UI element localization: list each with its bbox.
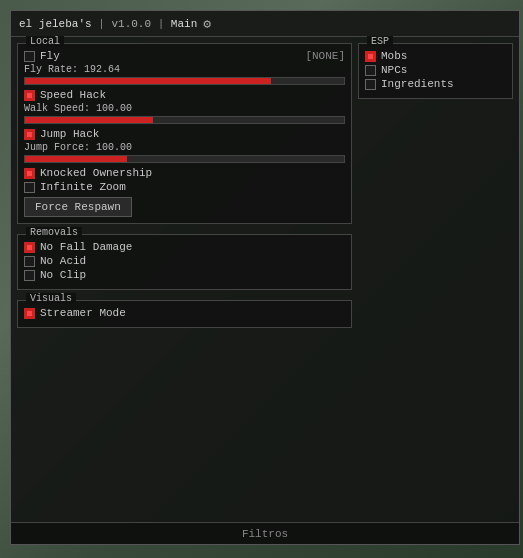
fly-rate-row: Fly Rate: 192.64 — [24, 64, 345, 85]
streamer-mode-row: Streamer Mode — [24, 307, 345, 319]
esp-section: ESP Mobs NPCs Ingredients — [358, 43, 513, 99]
tab-main: Main — [171, 18, 197, 30]
local-section: Local Fly [NONE] Fly Rate: 192.64 — [17, 43, 352, 224]
no-acid-checkbox[interactable] — [24, 256, 35, 267]
streamer-mode-checkbox[interactable] — [24, 308, 35, 319]
jump-force-fill — [25, 156, 127, 162]
no-fall-damage-checkbox[interactable] — [24, 242, 35, 253]
removals-section: Removals No Fall Damage No Acid No Clip — [17, 234, 352, 290]
fly-checkbox[interactable] — [24, 51, 35, 62]
jump-hack-checkbox[interactable] — [24, 129, 35, 140]
main-window: el jeleba's | v1.0.0 | Main ⚙ Local Fly … — [10, 10, 520, 545]
no-clip-checkbox[interactable] — [24, 270, 35, 281]
esp-ingredients-label: Ingredients — [381, 78, 454, 90]
right-panel: ESP Mobs NPCs Ingredients — [358, 43, 513, 328]
left-panel: Local Fly [NONE] Fly Rate: 192.64 — [17, 43, 352, 328]
fly-row: Fly [NONE] — [24, 50, 345, 62]
jump-force-slider[interactable] — [24, 155, 345, 163]
force-respawn-button[interactable]: Force Respawn — [24, 197, 132, 217]
esp-section-label: ESP — [367, 36, 393, 47]
jump-hack-row: Jump Hack — [24, 128, 345, 140]
esp-npcs-label: NPCs — [381, 64, 407, 76]
esp-ingredients-row: Ingredients — [365, 78, 506, 90]
speed-hack-row: Speed Hack — [24, 89, 345, 101]
visuals-section-label: Visuals — [26, 293, 76, 304]
no-acid-row: No Acid — [24, 255, 345, 267]
content-area: Local Fly [NONE] Fly Rate: 192.64 — [11, 37, 519, 334]
fly-rate-slider[interactable] — [24, 77, 345, 85]
infinite-zoom-checkbox[interactable] — [24, 182, 35, 193]
fly-tag: [NONE] — [305, 50, 345, 62]
title-bar: el jeleba's | v1.0.0 | Main ⚙ — [11, 11, 519, 37]
esp-ingredients-checkbox[interactable] — [365, 79, 376, 90]
streamer-mode-label: Streamer Mode — [40, 307, 126, 319]
esp-mobs-row: Mobs — [365, 50, 506, 62]
infinite-zoom-label: Infinite Zoom — [40, 181, 126, 193]
local-section-label: Local — [26, 36, 64, 47]
force-respawn-container: Force Respawn — [24, 197, 345, 217]
visuals-section: Visuals Streamer Mode — [17, 300, 352, 328]
walk-speed-row: Walk Speed: 100.00 — [24, 103, 345, 124]
no-fall-damage-label: No Fall Damage — [40, 241, 132, 253]
jump-force-row: Jump Force: 100.00 — [24, 142, 345, 163]
walk-speed-slider[interactable] — [24, 116, 345, 124]
infinite-zoom-row: Infinite Zoom — [24, 181, 345, 193]
title-text: el jeleba's | v1.0.0 | Main — [19, 18, 197, 30]
esp-mobs-label: Mobs — [381, 50, 407, 62]
app-name: el jeleba's — [19, 18, 92, 30]
gear-icon[interactable]: ⚙ — [203, 16, 211, 32]
speed-hack-checkbox[interactable] — [24, 90, 35, 101]
no-fall-damage-row: No Fall Damage — [24, 241, 345, 253]
knocked-ownership-checkbox[interactable] — [24, 168, 35, 179]
esp-npcs-checkbox[interactable] — [365, 65, 376, 76]
esp-npcs-row: NPCs — [365, 64, 506, 76]
speed-hack-label: Speed Hack — [40, 89, 106, 101]
fly-rate-fill — [25, 78, 271, 84]
no-clip-label: No Clip — [40, 269, 86, 281]
removals-section-label: Removals — [26, 227, 82, 238]
version-label: v1.0.0 — [111, 18, 151, 30]
jump-hack-label: Jump Hack — [40, 128, 99, 140]
fly-label: Fly — [40, 50, 60, 62]
bottom-bar: Filtros — [11, 522, 519, 544]
fly-rate-label: Fly Rate: 192.64 — [24, 64, 345, 75]
esp-mobs-checkbox[interactable] — [365, 51, 376, 62]
no-acid-label: No Acid — [40, 255, 86, 267]
knocked-ownership-label: Knocked Ownership — [40, 167, 152, 179]
walk-speed-fill — [25, 117, 153, 123]
jump-force-label: Jump Force: 100.00 — [24, 142, 345, 153]
bottom-bar-text: Filtros — [242, 528, 288, 540]
knocked-ownership-row: Knocked Ownership — [24, 167, 345, 179]
walk-speed-label: Walk Speed: 100.00 — [24, 103, 345, 114]
no-clip-row: No Clip — [24, 269, 345, 281]
